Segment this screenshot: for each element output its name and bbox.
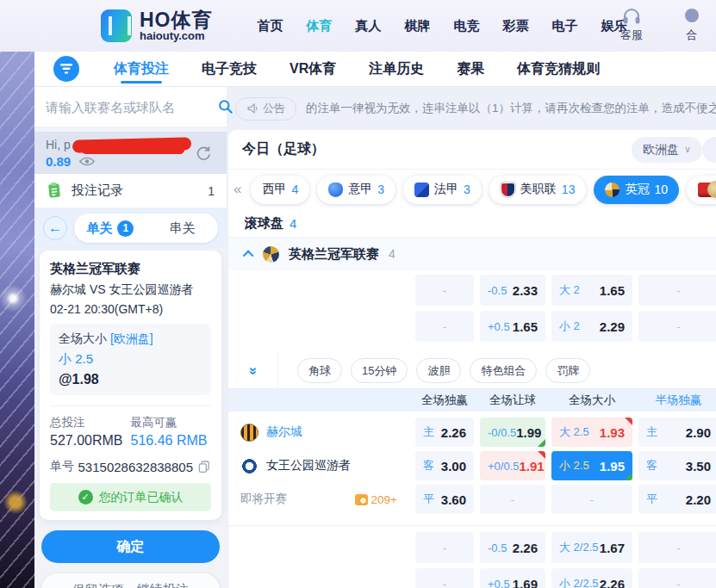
nav-live-casino[interactable]: 真人 [356,18,382,34]
nav-home[interactable]: 首页 [258,18,283,34]
odds-mode-dropdown[interactable]: 欧洲盘 ∨ [632,137,702,163]
scroll-left-icon[interactable]: « [232,181,243,198]
subtab-correct-score[interactable]: 波胆 [416,358,461,383]
nav-lottery[interactable]: 彩票 [503,18,529,34]
odds-cell-win[interactable]: - [415,311,474,342]
odds-cell-draw-halfwin[interactable]: 平2.20 [638,485,716,514]
sport-filter-button[interactable] [53,56,79,82]
customer-service-button[interactable]: 客服 [613,7,651,43]
odds-cell-halfwin[interactable]: - [638,275,716,306]
tab-rules[interactable]: 体育竞猜规则 [517,53,600,85]
col-full-time-total: 全场大小 [551,393,632,408]
headset-icon [613,7,651,26]
odds-cell-total[interactable]: 大 2/2.51.67 [551,532,632,563]
league-tab-mls[interactable]: 美职联 13 [489,176,587,204]
order-confirmed-banner: ✓ 您的订单已确认 [50,483,211,511]
odds-cell-handicap[interactable]: -0.52.26 [480,532,545,563]
partner-button[interactable]: 合 [673,7,711,43]
confirm-button[interactable]: 确定 [41,530,220,563]
home-team-row: 赫尔城 主2.26 -0/0.51.99 大 2.51.93 主2.90 [228,418,716,447]
search-input[interactable] [46,100,217,115]
back-button[interactable]: ← [43,216,67,240]
user-panel: Hi, p 0.89 [34,132,227,174]
expand-markets-button[interactable]: » [228,353,278,388]
horn-icon [246,102,258,115]
odds-cell-handicap[interactable]: -0.52.33 [480,275,545,306]
subtab-specials[interactable]: 特色组合 [470,358,537,383]
slip-pick: 小 2.5 [59,351,202,368]
league-tab-seriea[interactable]: 意甲 3 [317,176,395,204]
league-tab-ligue1[interactable]: 法甲 3 [403,176,482,204]
odds-cell-total[interactable]: 大 21.65 [551,275,632,306]
col-half-time-win[interactable]: 半场独赢 [638,393,716,408]
odds-cell-handicap[interactable]: +0.51.65 [480,311,545,342]
logo-title: HO体育 [140,9,213,30]
main-content: 公告 的注单一律视为无效，连串注单以（1）计算，请再次检查您的注单，造成不便之处… [227,87,716,588]
odds-cell-handicap[interactable]: +0.51.69 [480,568,545,588]
sidebar: Hi, p 0.89 投注记录 1 ← 单关 1 串关 [34,87,227,588]
user-greeting: Hi, p [46,138,71,152]
championship-icon [605,183,619,197]
bet-record-count: 1 [208,184,215,198]
odds-cell-away-total-selected[interactable]: 小 2.51.95 [551,451,632,480]
league-section-header[interactable]: 英格兰冠军联赛 4 [228,238,716,270]
odds-cell-home-handicap[interactable]: -0/0.51.99 [480,418,545,447]
rolling-ball-row[interactable]: 滚球盘 4 [228,209,716,238]
site-logo[interactable]: HO体育 haiouty.com [101,9,213,42]
odds-cell-home-halfwin[interactable]: 主2.90 [638,418,716,447]
top-header: HO体育 haiouty.com 首页 体育 真人 棋牌 电竞 彩票 电子 娱乐… [0,0,716,52]
clipped-dropdown[interactable] [702,137,716,163]
nav-sports[interactable]: 体育 [307,18,333,34]
bet-record-label: 投注记录 [72,183,123,199]
away-team-row: 女王公园巡游者 客3.00 +0/0.51.91 小 2.51.95 客3.50 [228,451,716,480]
alternate-lines-group: - -0.52.26 大 2/2.51.67 - - +0.51.69 小 2/… [228,532,716,588]
odds-cell-draw-total[interactable]: - [551,485,632,514]
subtab-15min[interactable]: 15分钟 [351,358,408,383]
odds-cell-win[interactable]: - [415,275,474,306]
col-full-time-handicap: 全场让球 [480,393,545,408]
odds-cell-away-win[interactable]: 客3.00 [415,451,474,480]
odds-cell-win[interactable]: - [415,532,474,563]
nav-chess[interactable]: 棋牌 [405,18,431,34]
odds-cell-away-halfwin[interactable]: 客3.50 [638,451,716,480]
refresh-balance-icon[interactable] [194,144,213,163]
eye-icon[interactable] [79,157,95,166]
tab-results[interactable]: 赛果 [457,53,484,85]
odds-cell-home-win[interactable]: 主2.26 [415,418,474,447]
keep-selections-button[interactable]: 保留选项，继续投注 [41,573,220,588]
odds-cell-draw-win[interactable]: 平3.60 [415,485,474,514]
subtab-cards[interactable]: 罚牌 [545,358,590,383]
home-team-name[interactable]: 赫尔城 [266,424,302,440]
tab-single-bet[interactable]: 单关 1 [74,220,146,237]
nav-slots[interactable]: 电子 [552,18,578,34]
subtab-corners[interactable]: 角球 [297,358,342,383]
league-badge-icon [263,246,279,263]
odds-cell-draw-handicap[interactable]: - [480,485,545,514]
tab-bet-history[interactable]: 注单历史 [369,53,424,85]
bet-record-row[interactable]: 投注记录 1 [34,174,227,208]
away-team-name[interactable]: 女王公园巡游者 [266,458,351,473]
tab-sports-betting[interactable]: 体育投注 [114,53,169,85]
mls-icon [501,183,515,197]
league-tab-laliga[interactable]: 西甲 4 [251,176,309,204]
copy-icon[interactable] [197,460,211,473]
odds-cell-home-total[interactable]: 大 2.51.93 [551,418,632,447]
more-markets-link[interactable]: 209+ [355,493,397,506]
slip-selection-box: 全场大小 [欧洲盘] 小 2.5 @1.98 [50,324,211,395]
odds-cell-halfwin[interactable]: - [638,532,716,563]
live-odds-group: - -0.52.33 大 21.65 - - +0.51.65 小 22.29 … [228,270,716,353]
nav-esports[interactable]: 电竞 [454,18,480,34]
bet-record-icon [47,182,63,200]
league-tab-championship[interactable]: 英冠 10 [594,176,679,204]
tab-esports[interactable]: 电子竞技 [202,53,257,85]
odds-cell-halfwin[interactable]: - [638,568,716,588]
odds-cell-away-handicap[interactable]: +0/0.51.91 [480,451,545,480]
odds-cell-halfwin[interactable]: - [638,311,716,342]
odds-cell-total[interactable]: 小 22.29 [551,311,632,342]
odds-cell-total[interactable]: 小 2/2.52.26 [551,568,632,588]
odds-cell-win[interactable]: - [415,568,474,588]
tab-parlay-bet[interactable]: 串关 [146,220,219,237]
match-status: 即将开赛 [240,492,287,507]
slip-match-time: 02-21 20:30(GMT+8) [50,302,211,316]
tab-vr-sports[interactable]: VR体育 [290,53,336,85]
